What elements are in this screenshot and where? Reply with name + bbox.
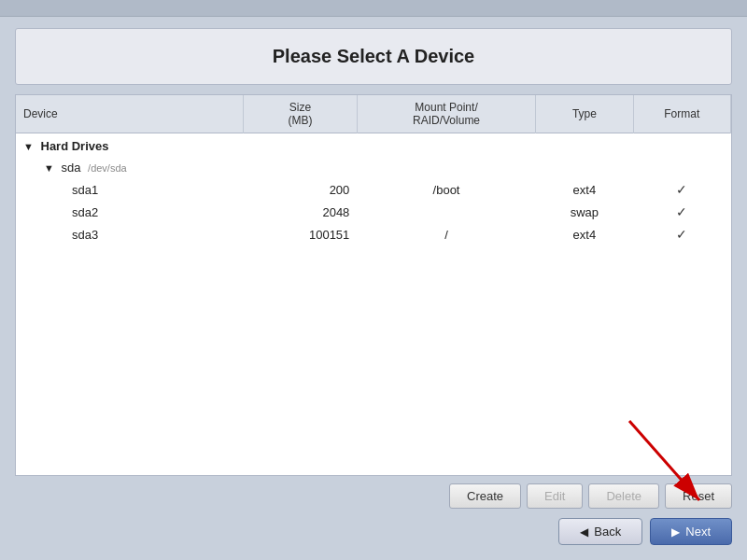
edit-button[interactable]: Edit [527, 483, 583, 509]
col-header-type: Type [536, 95, 633, 133]
partition-mount-sda2 [357, 201, 535, 223]
device-name-sda: ▼ sda /dev/sda [16, 157, 244, 178]
col-header-size: Size(MB) [244, 95, 358, 133]
table-header-row: Device Size(MB) Mount Point/RAID/Volume … [16, 95, 731, 133]
partition-row-sda2[interactable]: sda2 2048 swap ✓ [16, 201, 731, 223]
partition-type-sda2: swap [536, 201, 633, 223]
group-row-hard-drives: ▼ Hard Drives [16, 133, 731, 158]
col-header-mount: Mount Point/RAID/Volume [357, 95, 535, 133]
partition-size-sda2: 2048 [244, 201, 358, 223]
expand-icon-hard-drives[interactable]: ▼ [23, 141, 34, 152]
partition-mount-sda3: / [357, 223, 535, 245]
partition-size-sda3: 100151 [244, 223, 358, 245]
partition-type-sda3: ext4 [536, 223, 633, 245]
back-label: Back [594, 525, 621, 539]
nav-bar: ◀ Back ▶ Next [15, 514, 732, 553]
device-format-sda [633, 157, 730, 178]
partition-format-sda2: ✓ [633, 201, 730, 223]
partition-row-sda1[interactable]: sda1 200 /boot ext4 ✓ [16, 178, 731, 201]
delete-button[interactable]: Delete [588, 483, 659, 509]
partition-size-sda1: 200 [244, 178, 358, 201]
checkmark-sda2: ✓ [676, 204, 687, 219]
partition-type-sda1: ext4 [536, 178, 633, 201]
partition-format-sda1: ✓ [633, 178, 730, 201]
device-mount-sda [357, 157, 535, 178]
device-row-sda: ▼ sda /dev/sda [16, 157, 731, 178]
action-bar: Create Edit Delete Reset [15, 476, 732, 514]
partition-mount-sda1: /boot [357, 178, 535, 201]
partition-row-sda3[interactable]: sda3 100151 / ext4 ✓ [16, 223, 731, 245]
device-table-container: Device Size(MB) Mount Point/RAID/Volume … [15, 94, 732, 476]
title-panel: Please Select A Device [15, 28, 732, 85]
col-header-format: Format [633, 95, 730, 133]
checkmark-sda3: ✓ [676, 227, 687, 242]
main-container: Please Select A Device Device Size(MB) M… [0, 17, 747, 560]
back-button[interactable]: ◀ Back [558, 518, 642, 545]
partition-name-sda1: sda1 [16, 178, 244, 201]
checkmark-sda1: ✓ [676, 182, 687, 197]
back-icon: ◀ [580, 525, 588, 539]
next-icon: ▶ [671, 525, 680, 539]
device-table: Device Size(MB) Mount Point/RAID/Volume … [16, 95, 731, 245]
group-label-hard-drives: ▼ Hard Drives [16, 133, 731, 158]
device-path-sda: /dev/sda [88, 162, 127, 174]
device-size-sda [244, 157, 358, 178]
partition-format-sda3: ✓ [633, 223, 730, 245]
reset-button[interactable]: Reset [665, 483, 732, 509]
expand-icon-sda[interactable]: ▼ [44, 162, 54, 174]
partition-name-sda2: sda2 [16, 201, 244, 223]
page-title: Please Select A Device [33, 46, 714, 67]
next-label: Next [685, 525, 711, 539]
next-button[interactable]: ▶ Next [650, 518, 732, 545]
top-bar [0, 0, 747, 17]
col-header-device: Device [16, 95, 244, 133]
device-type-sda [536, 157, 633, 178]
create-button[interactable]: Create [449, 483, 521, 509]
partition-name-sda3: sda3 [16, 223, 244, 245]
